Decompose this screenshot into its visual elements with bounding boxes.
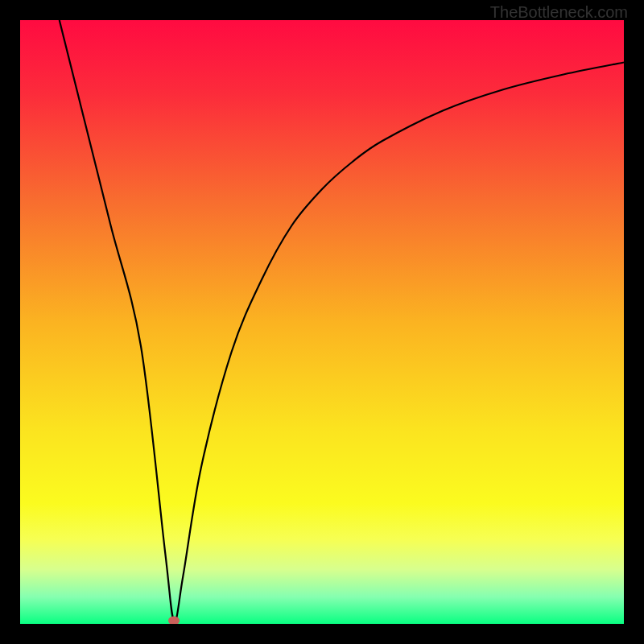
optimal-point-marker	[168, 617, 180, 624]
plot-area	[20, 20, 624, 624]
chart-frame: TheBottleneck.com	[0, 0, 644, 644]
watermark-text: TheBottleneck.com	[490, 3, 628, 22]
bottleneck-curve	[20, 20, 624, 624]
